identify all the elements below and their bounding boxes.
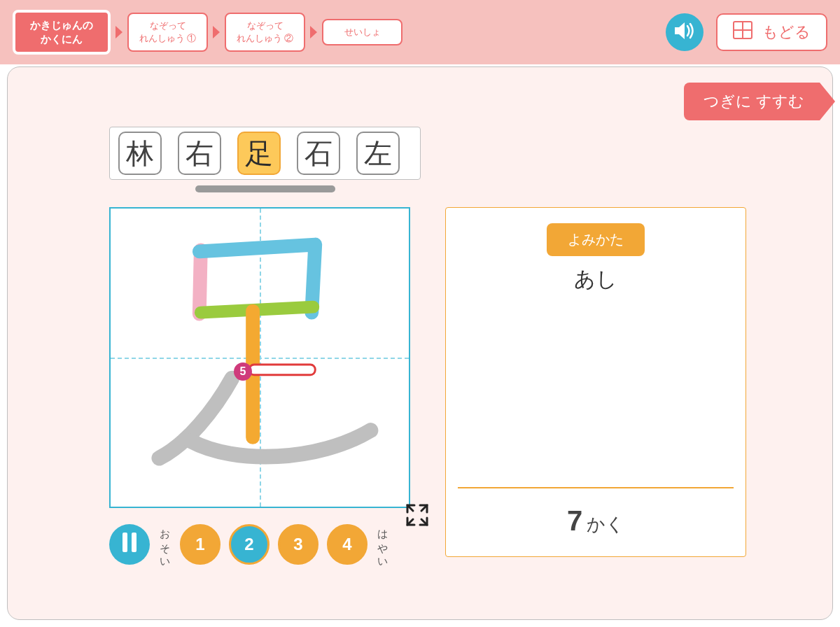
nav-tab-group: かきじゅんの かくにん なぞって れんしゅう ① なぞって れんしゅう ② せい… [13,10,402,55]
speaker-icon [673,20,696,44]
nav-tab-label: かくにん [41,32,83,46]
playback-controls: おそい 1 2 3 4 はやい [109,522,389,566]
svg-rect-5 [132,533,136,552]
nav-tab-label: なぞって [247,20,284,32]
nav-tab-label: れんしゅう ① [139,32,197,45]
expand-icon [403,501,431,529]
speed-button-1[interactable]: 1 [180,524,220,565]
play-pause-button[interactable] [109,524,150,565]
stroke-canvas: 5 [109,207,410,508]
reading-text: あし [574,266,617,293]
slow-label: おそい [158,522,172,566]
stroke-number: 5 [240,365,246,378]
top-nav-bar: かきじゅんの かくにん なぞって れんしゅう ① なぞって れんしゅう ② せい… [0,0,840,64]
kanji-tile[interactable]: 左 [356,132,400,175]
kanji-selector: 林 右 足 石 左 [109,127,421,192]
kanji-glyph: 足 [245,134,273,173]
next-button-label: つぎに すすむ [704,91,804,112]
stroke-number-badge: 5 [234,362,252,381]
kanji-scrollbar[interactable] [195,185,335,192]
nav-tab-label: せいしょ [344,26,381,38]
app-root: かきじゅんの かくにん なぞって れんしゅう ① なぞって れんしゅう ② せい… [0,0,840,627]
main-panel: つぎに すすむ 林 右 足 石 左 [7,66,833,620]
speed-button-2[interactable]: 2 [229,524,270,565]
nav-tab-seisho[interactable]: せいしょ [322,19,402,45]
nav-tab-label: かきじゅんの [30,18,93,32]
nav-tab-label: れんしゅう ② [237,32,294,45]
chevron-right-icon [115,25,123,39]
kanji-tile[interactable]: 林 [118,132,162,175]
back-button[interactable]: もどる [716,13,827,51]
stroke-count-suffix: かく [587,514,624,535]
reading-button-label: よみかた [568,232,624,247]
speed-button-4[interactable]: 4 [327,524,368,565]
kanji-glyph: 左 [364,134,392,173]
kanji-selector-row: 林 右 足 石 左 [109,127,421,180]
chevron-right-icon [212,25,220,39]
nav-tab-stroke-order[interactable]: かきじゅんの かくにん [13,10,111,55]
sound-button[interactable] [666,13,704,51]
fast-label: はやい [376,522,389,566]
kanji-glyph: 石 [304,134,332,173]
kanji-tile[interactable]: 石 [297,132,340,175]
next-button[interactable]: つぎに すすむ [684,83,820,120]
speed-value: 3 [293,535,302,554]
svg-rect-3 [249,365,315,375]
speed-value: 1 [195,535,204,554]
svg-rect-4 [122,533,127,552]
info-card: よみかた あし 7かく [445,207,746,557]
kanji-glyph: 林 [126,134,154,173]
stroke-count-number: 7 [567,505,582,536]
speed-value: 2 [244,535,253,554]
kanji-tile[interactable]: 足 [237,132,281,175]
chevron-right-icon [309,25,318,39]
nav-tab-trace-2[interactable]: なぞって れんしゅう ② [225,13,305,51]
speed-button-3[interactable]: 3 [278,524,318,565]
stroke-count: 7かく [567,488,624,556]
pause-icon [122,533,137,556]
speed-value: 4 [342,535,351,554]
reading-button[interactable]: よみかた [547,223,645,256]
nav-tab-label: なぞって [150,20,186,32]
kanji-stroke-art [111,209,409,507]
back-button-label: もどる [762,22,811,43]
kanji-tile[interactable]: 右 [178,132,221,175]
grid-icon [733,21,752,43]
kanji-glyph: 右 [186,134,214,173]
nav-tab-trace-1[interactable]: なぞって れんしゅう ① [127,13,208,51]
